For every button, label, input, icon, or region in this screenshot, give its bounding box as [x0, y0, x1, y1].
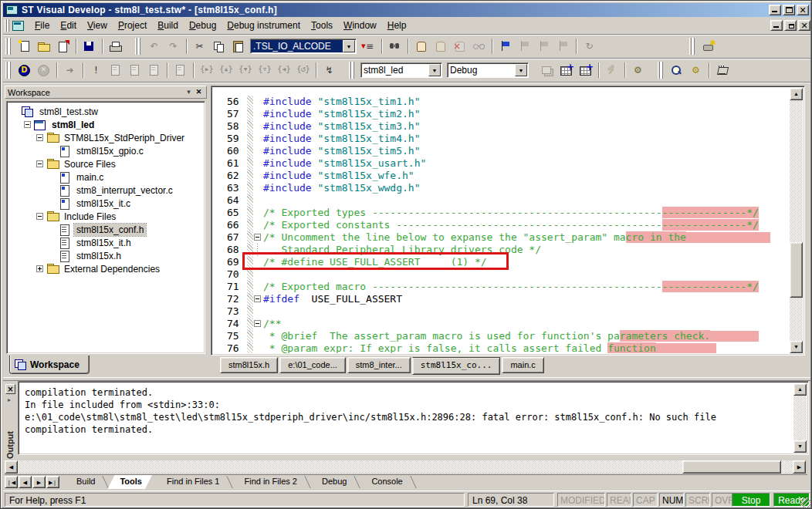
breakpoint-margin[interactable]	[247, 120, 253, 133]
mdi-minimize-button[interactable]	[770, 20, 783, 31]
output-text[interactable]: compilation terminated. In file included…	[20, 383, 793, 453]
fold-margin[interactable]	[253, 182, 263, 194]
scroll-up-icon[interactable]: ▲	[790, 88, 803, 100]
menu-window[interactable]: Window	[338, 18, 382, 33]
batch-build-button[interactable]: ⚙	[628, 61, 648, 79]
breakpoint-margin[interactable]	[247, 207, 253, 219]
find-in-files-button[interactable]	[385, 37, 404, 56]
last-tab-icon[interactable]: ▶❘	[46, 476, 59, 488]
code-line-57[interactable]: 57#include "stm8l15x_tim2.h"	[213, 108, 790, 120]
fold-margin[interactable]	[253, 342, 263, 353]
chevron-down-icon[interactable]: ▼	[428, 64, 441, 76]
fold-margin[interactable]	[253, 293, 263, 305]
breakpoint-margin[interactable]	[247, 231, 253, 244]
output-vertical-scrollbar[interactable]: ▲ ▼	[793, 383, 807, 453]
scroll-down-icon[interactable]: ▼	[790, 341, 803, 353]
tree-item-stm8l-led[interactable]: stm8l_led	[7, 118, 205, 131]
breakpoint-margin[interactable]	[247, 318, 253, 330]
code-line-66[interactable]: 66/* Exported constants ----------------…	[213, 219, 790, 231]
breakpoint-margin[interactable]	[247, 170, 253, 182]
toolbar-grip[interactable]	[5, 62, 8, 79]
hscroll-track[interactable]	[18, 460, 793, 474]
menu-debug-instrument[interactable]: Debug instrument	[222, 18, 306, 33]
chevron-down-icon[interactable]: ▾	[184, 88, 194, 97]
code-line-62[interactable]: 62#include "stm8l15x_wfe.h"	[213, 170, 790, 182]
code-line-56[interactable]: 56#include "stm8l15x_tim1.h"	[213, 96, 790, 108]
breakpoint-margin[interactable]	[247, 133, 253, 145]
code-line-58[interactable]: 58#include "stm8l15x_tim3.h"	[213, 120, 790, 133]
code-line-59[interactable]: 59#include "stm8l15x_tim4.h"	[213, 133, 790, 145]
collapse-icon[interactable]	[36, 213, 43, 220]
output-close-icon[interactable]: ×	[5, 384, 15, 394]
tree-item-stm8l15x-stdperiph-driver[interactable]: STM8L15x_StdPeriph_Driver	[7, 131, 205, 144]
code-line-63[interactable]: 63#include "stm8l15x_wwdg.h"	[213, 182, 790, 194]
minimize-button[interactable]	[769, 5, 781, 15]
print-button[interactable]	[106, 37, 125, 56]
tree-item-source-files[interactable]: Source Files	[7, 157, 205, 170]
code-line-73[interactable]: 73	[213, 305, 790, 318]
editor-tab-stm8l15x-h[interactable]: stm8l15x.h	[220, 357, 278, 373]
paste-button[interactable]	[228, 37, 248, 56]
fold-margin[interactable]	[253, 256, 263, 268]
breakpoint-margin[interactable]	[247, 219, 253, 231]
output-tab-console[interactable]: Console	[359, 475, 414, 489]
fold-margin[interactable]	[253, 120, 263, 133]
hscroll-left-icon[interactable]: ◀	[5, 460, 18, 474]
hscroll-thumb[interactable]	[682, 460, 781, 474]
code-line-69[interactable]: 69/* #define USE_FULL_ASSERT (1) */	[213, 256, 790, 268]
breakpoint-margin[interactable]	[247, 244, 253, 256]
open-file-button[interactable]	[34, 37, 53, 56]
fold-margin[interactable]	[253, 219, 263, 231]
tree-item-stm8l15x-conf-h[interactable]: stm8l15x_conf.h	[7, 223, 205, 236]
chevron-down-icon[interactable]: ▼	[343, 40, 355, 52]
code-line-72[interactable]: 72#ifdef USE_FULL_ASSERT	[213, 293, 790, 305]
tree-item-stm8l15x-gpio-c[interactable]: stm8l15x_gpio.c	[7, 144, 205, 157]
goto-symbol-button[interactable]	[359, 37, 378, 56]
breakpoint-margin[interactable]	[247, 281, 253, 293]
copy-button[interactable]	[209, 37, 228, 56]
goto-pc-button[interactable]: ↯	[320, 61, 339, 79]
prev-tab-icon[interactable]: ◀	[19, 476, 32, 488]
code-line-74[interactable]: 74/**	[213, 318, 790, 330]
code-line-65[interactable]: 65/* Exported types --------------------…	[213, 207, 790, 219]
tree-item-stm8l-test-stw[interactable]: stm8l_test.stw	[7, 105, 205, 118]
menu-project[interactable]: Project	[113, 18, 152, 33]
toolbar-grip[interactable]	[5, 38, 8, 55]
code-line-61[interactable]: 61#include "stm8l15x_usart.h"	[213, 157, 790, 170]
fold-margin[interactable]	[253, 133, 263, 145]
tree-item-stm8-interrupt-vector-c[interactable]: stm8_interrupt_vector.c	[7, 184, 205, 197]
menu-edit[interactable]: Edit	[55, 18, 82, 33]
menu-file[interactable]: File	[29, 18, 55, 33]
fold-margin[interactable]	[253, 207, 263, 219]
fold-margin[interactable]	[253, 157, 263, 170]
breakpoint-margin[interactable]	[247, 305, 253, 318]
toolbar-grip[interactable]	[135, 38, 137, 55]
output-scroll-up-icon[interactable]: ▲	[793, 383, 807, 396]
menu-grip[interactable]	[5, 19, 7, 32]
new-file-button[interactable]	[15, 37, 34, 56]
menu-help[interactable]: Help	[382, 18, 412, 33]
menu-view[interactable]: View	[82, 18, 113, 33]
visual-debug-button[interactable]	[667, 61, 686, 79]
fold-margin[interactable]	[253, 330, 263, 342]
output-tab-debug[interactable]: Debug	[310, 475, 359, 489]
output-scroll-track[interactable]	[793, 396, 807, 440]
editor-tab-e-01-code-[interactable]: e:\01_code...	[279, 357, 346, 373]
collapse-icon[interactable]	[36, 160, 43, 167]
mdi-restore-button[interactable]	[784, 20, 797, 31]
code-area[interactable]: 56#include "stm8l15x_tim1.h"57#include "…	[213, 88, 790, 353]
output-scroll-down-icon[interactable]: ▼	[793, 440, 807, 453]
breakpoint-margin[interactable]	[247, 194, 253, 207]
code-line-76[interactable]: 76 * @param expr: If expr is false, it c…	[213, 342, 790, 353]
fold-margin[interactable]	[253, 145, 263, 157]
menu-build[interactable]: Build	[152, 18, 184, 33]
fold-collapse-icon[interactable]	[254, 320, 261, 327]
editor-tab-stm8l15x-co-[interactable]: stm8l15x_co...	[412, 357, 501, 375]
collapse-icon[interactable]	[24, 121, 31, 128]
breakpoint-margin[interactable]	[247, 256, 253, 268]
output-tab-find-in-files-1[interactable]: Find in Files 1	[154, 475, 232, 489]
breakpoint-margin[interactable]	[247, 108, 253, 120]
fold-margin[interactable]	[253, 244, 263, 256]
fold-margin[interactable]	[253, 96, 263, 108]
fold-margin[interactable]	[253, 281, 263, 293]
